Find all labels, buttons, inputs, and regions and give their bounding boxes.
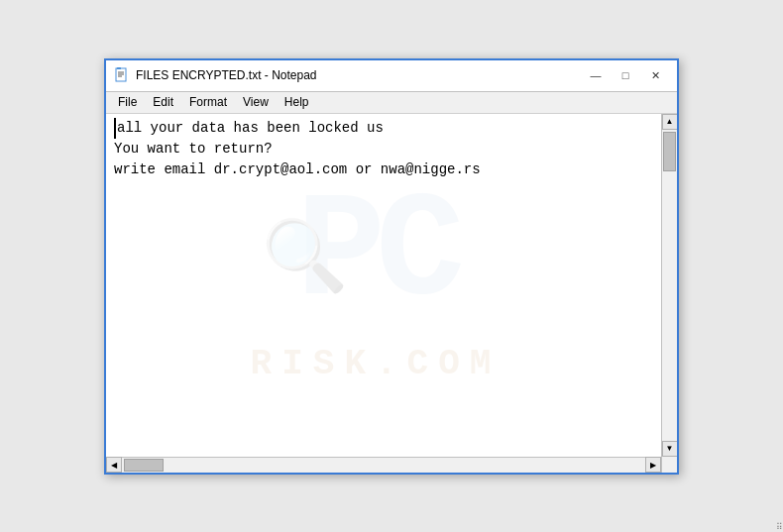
- scroll-thumb-vertical[interactable]: [663, 132, 676, 171]
- scroll-up-arrow[interactable]: ▲: [662, 114, 678, 130]
- title-bar: FILES ENCRYPTED.txt - Notepad — □ ✕: [106, 60, 677, 92]
- editor-area[interactable]: PC 🔍 RISK.COM all your data has been loc…: [106, 114, 677, 457]
- text-line-3: write email dr.crypt@aol.com or nwa@nigg…: [114, 160, 653, 180]
- window-title: FILES ENCRYPTED.txt - Notepad: [136, 68, 582, 82]
- scroll-track-vertical[interactable]: [662, 130, 677, 441]
- menu-format[interactable]: Format: [181, 93, 235, 111]
- window-controls: — □ ✕: [582, 64, 669, 86]
- scroll-right-arrow[interactable]: ▶: [645, 457, 661, 473]
- vertical-scrollbar[interactable]: ▲ ▼: [661, 114, 677, 457]
- scroll-down-arrow[interactable]: ▼: [662, 441, 678, 457]
- scrollbar-corner: ⠿: [661, 457, 677, 473]
- app-icon: [114, 67, 130, 83]
- svg-rect-1: [117, 67, 121, 69]
- text-line-2: You want to return?: [114, 139, 653, 160]
- notepad-window: FILES ENCRYPTED.txt - Notepad — □ ✕ File…: [104, 58, 679, 475]
- menu-edit[interactable]: Edit: [145, 93, 181, 111]
- close-button[interactable]: ✕: [641, 64, 669, 86]
- minimize-button[interactable]: —: [582, 64, 610, 86]
- menu-file[interactable]: File: [110, 93, 145, 111]
- text-content[interactable]: PC 🔍 RISK.COM all your data has been loc…: [106, 114, 661, 457]
- menu-view[interactable]: View: [235, 93, 277, 111]
- menu-bar: File Edit Format View Help: [106, 92, 677, 114]
- resize-grip: ⠿: [771, 520, 783, 532]
- scroll-left-arrow[interactable]: ◀: [106, 457, 122, 473]
- svg-rect-0: [116, 68, 126, 81]
- menu-help[interactable]: Help: [277, 93, 317, 111]
- text-line-1: all your data has been locked us: [114, 118, 653, 139]
- horizontal-scrollbar-container[interactable]: ◀ ▶ ⠿: [106, 457, 677, 473]
- scroll-track-horizontal[interactable]: [122, 458, 645, 473]
- maximize-button[interactable]: □: [612, 64, 639, 86]
- scroll-thumb-horizontal[interactable]: [124, 459, 164, 472]
